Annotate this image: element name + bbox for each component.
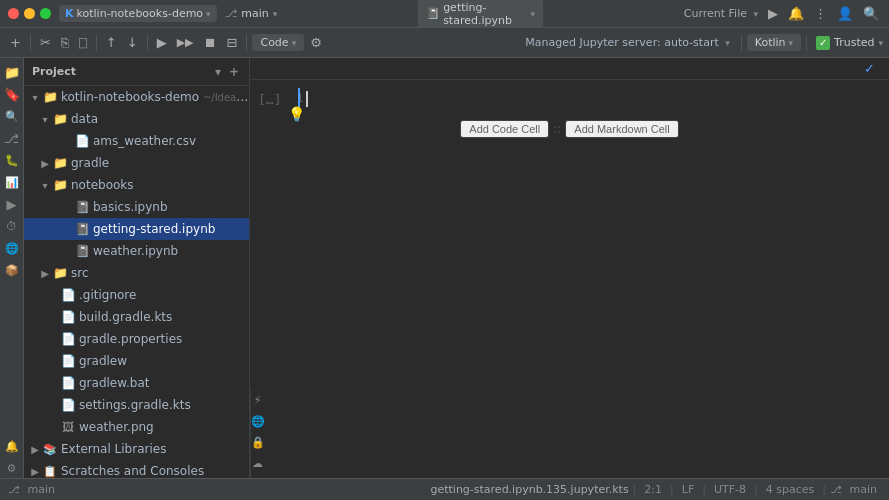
file-tab[interactable]: 📓 getting-stared.ipynb ▾ <box>418 0 543 29</box>
sidebar-item-find[interactable]: 🔍 <box>2 106 22 126</box>
tree-item-notebooks[interactable]: ▾ 📁 notebooks <box>24 174 249 196</box>
trusted-checkbox[interactable]: ✓ <box>816 36 830 50</box>
gutter-icon-2[interactable]: 🌐 <box>251 415 265 428</box>
tree-item-getting-stared[interactable]: 📓 getting-stared.ipynb <box>24 218 249 240</box>
tree-item-gitignore[interactable]: 📄 .gitignore <box>24 284 249 306</box>
jupyter-server-label[interactable]: Managed Jupyter server: auto-start ▾ <box>519 34 735 51</box>
confirm-icon[interactable]: ✓ <box>864 61 875 76</box>
tree-item-src[interactable]: ▶ 📁 src <box>24 262 249 284</box>
sidebar-item-analytics[interactable]: 📊 <box>2 172 22 192</box>
tree-item-gradlew-bat[interactable]: 📄 gradlew.bat <box>24 372 249 394</box>
copy-button[interactable]: ⎘ <box>57 32 73 53</box>
tree-item-build-gradle[interactable]: 📄 build.gradle.kts <box>24 306 249 328</box>
scratches-icon: 📋 <box>42 465 58 478</box>
sidebar-item-timer[interactable]: ⏱ <box>2 216 22 236</box>
sidebar-item-run[interactable]: ▶ <box>2 194 22 214</box>
notebook-cells[interactable]: […] 1 💡 Add Code Cell :: Add Markdown Ce… <box>250 80 889 390</box>
gutter-icon-3[interactable]: 🔒 <box>251 436 265 449</box>
settings-gradle-icon: 📄 <box>60 398 76 412</box>
tree-label-notebooks: notebooks <box>71 178 134 192</box>
cut-button[interactable]: ✂ <box>36 32 55 53</box>
search-icon[interactable]: 🔍 <box>861 4 881 23</box>
current-file-chevron-icon: ▾ <box>753 9 758 19</box>
run-icon[interactable]: ▶ <box>766 4 780 23</box>
restart-button[interactable]: ⊟ <box>223 32 242 53</box>
cell-type-selector[interactable]: Code ▾ <box>252 34 304 51</box>
tree-item-gradlew[interactable]: 📄 gradlew <box>24 350 249 372</box>
tree-item-weather-png[interactable]: 🖼 weather.png <box>24 416 249 438</box>
status-branch[interactable]: main <box>846 483 881 496</box>
run-cell-button[interactable]: ▶ <box>153 32 171 53</box>
title-bar: K kotlin-notebooks-demo ▾ ⎇ main ▾ 📓 get… <box>0 0 889 28</box>
tree-item-basics[interactable]: 📓 basics.ipynb <box>24 196 249 218</box>
toolbar-separator-1 <box>30 35 31 51</box>
add-markdown-cell-button[interactable]: Add Markdown Cell <box>565 120 678 138</box>
sidebar-item-vcs[interactable]: ⎇ <box>2 128 22 148</box>
branch-icon: ⎇ <box>225 7 238 20</box>
gutter-icon-1[interactable]: ⚡ <box>254 394 262 407</box>
tree-label-scratches: Scratches and Consoles <box>61 464 204 478</box>
sidebar-item-project[interactable]: 📁 <box>2 62 22 82</box>
project-selector[interactable]: K kotlin-notebooks-demo ▾ <box>59 5 217 22</box>
toolbar-separator-2 <box>96 35 97 51</box>
tree-item-scratches[interactable]: ▶ 📋 Scratches and Consoles <box>24 460 249 478</box>
main-area: 📁 🔖 🔍 ⎇ 🐛 📊 ▶ ⏱ 🌐 📦 🔔 ⚙ Project ▾ + ▾ 📁 … <box>0 58 889 478</box>
tree-item-external-libs[interactable]: ▶ 📚 External Libraries <box>24 438 249 460</box>
cell-body-1[interactable]: 💡 <box>298 88 873 112</box>
root-label: kotlin-notebooks-demo ~/IdeaProje... <box>61 90 249 104</box>
move-down-button[interactable]: ↓ <box>123 32 142 53</box>
project-chevron-icon[interactable]: ▾ <box>213 63 223 81</box>
trust-area: ✓ Trusted ▾ <box>816 36 883 50</box>
sidebar-item-notifications[interactable]: 🔔 <box>2 436 22 456</box>
charset[interactable]: UTF-8 <box>710 483 750 496</box>
left-sidebar-icons: 📁 🔖 🔍 ⎇ 🐛 📊 ▶ ⏱ 🌐 📦 🔔 ⚙ <box>0 58 24 478</box>
add-cell-button[interactable]: + <box>6 32 25 53</box>
current-file-selector[interactable]: Current File ▾ <box>684 7 758 20</box>
sidebar-item-bookmarks[interactable]: 🔖 <box>2 84 22 104</box>
gradlew-icon: 📄 <box>60 354 76 368</box>
account-icon[interactable]: 👤 <box>835 4 855 23</box>
gutter-icon-4[interactable]: ☁ <box>252 457 263 470</box>
tree-item-gradle-props[interactable]: 📄 gradle.properties <box>24 328 249 350</box>
tree-root[interactable]: ▾ 📁 kotlin-notebooks-demo ~/IdeaProje... <box>24 86 249 108</box>
tree-item-ams[interactable]: 📄 ams_weather.csv <box>24 130 249 152</box>
maximize-button[interactable] <box>40 8 51 19</box>
indent-setting[interactable]: 4 spaces <box>762 483 819 496</box>
root-arrow-icon: ▾ <box>28 92 42 103</box>
add-code-cell-button[interactable]: Add Code Cell <box>460 120 549 138</box>
minimize-button[interactable] <box>24 8 35 19</box>
notifications-icon[interactable]: 🔔 <box>786 4 806 23</box>
move-up-button[interactable]: ↑ <box>102 32 121 53</box>
notebooks-arrow-icon: ▾ <box>38 180 52 191</box>
more-options-icon[interactable]: ⋮ <box>812 4 829 23</box>
root-folder-icon: 📁 <box>42 90 58 104</box>
paste-button[interactable]: ⎕ <box>75 32 91 53</box>
kernel-selector[interactable]: Kotlin ▾ <box>747 34 801 51</box>
tree-item-weather-nb[interactable]: 📓 weather.ipynb <box>24 240 249 262</box>
status-git-icon: ⎇ <box>830 484 842 495</box>
cell-gutter-1: […] 1 <box>258 88 298 107</box>
line-ending[interactable]: LF <box>678 483 698 496</box>
tree-item-data[interactable]: ▾ 📁 data <box>24 108 249 130</box>
status-filename: getting-stared.ipynb.135.jupyter.kts <box>430 483 628 496</box>
sidebar-item-debug[interactable]: 🐛 <box>2 150 22 170</box>
gradle-props-icon: 📄 <box>60 332 76 346</box>
branch-chevron-icon: ▾ <box>273 9 278 19</box>
data-folder-icon: 📁 <box>52 112 68 126</box>
close-button[interactable] <box>8 8 19 19</box>
cursor-position[interactable]: 2:1 <box>640 483 666 496</box>
git-branch-label[interactable]: main <box>24 483 59 496</box>
sidebar-item-packages[interactable]: 📦 <box>2 260 22 280</box>
branch-selector[interactable]: ⎇ main ▾ <box>225 7 278 20</box>
sidebar-item-settings2[interactable]: ⚙ <box>2 458 22 478</box>
tree-item-gradle[interactable]: ▶ 📁 gradle <box>24 152 249 174</box>
tree-content: ▾ 📁 kotlin-notebooks-demo ~/IdeaProje...… <box>24 86 249 478</box>
interrupt-button[interactable]: ⏹ <box>200 32 221 53</box>
run-all-button[interactable]: ▶▶ <box>173 33 198 52</box>
tree-item-settings-gradle[interactable]: 📄 settings.gradle.kts <box>24 394 249 416</box>
sidebar-item-endpoints[interactable]: 🌐 <box>2 238 22 258</box>
add-file-button[interactable]: + <box>227 63 241 81</box>
settings-button[interactable]: ⚙ <box>306 32 326 53</box>
current-file-label: Current File <box>684 7 747 20</box>
git-icon: ⎇ <box>8 484 20 495</box>
